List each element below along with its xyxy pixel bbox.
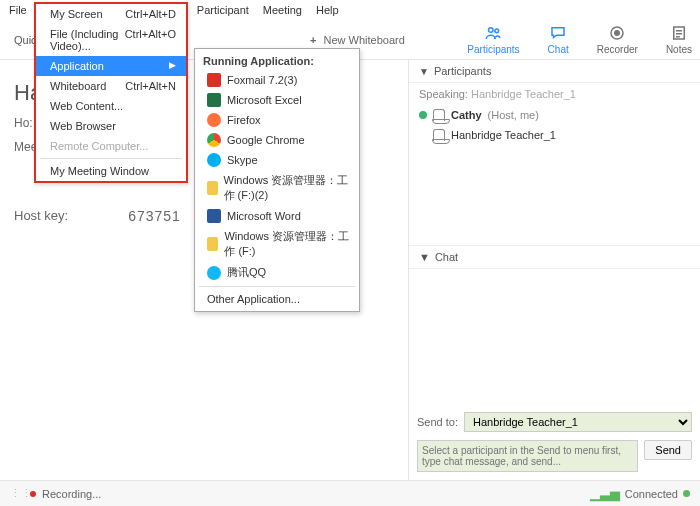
firefox-icon: [207, 113, 221, 127]
signal-icon: ▁▃▅: [590, 486, 620, 501]
host-key-label: Host key:: [14, 208, 68, 224]
whiteboard-area: Ha Ho: Mee Host key: 673751 My ScreenCtr…: [0, 60, 408, 480]
recorder-button[interactable]: Recorder: [597, 24, 638, 55]
skype-icon: [207, 153, 221, 167]
app-word[interactable]: Microsoft Word: [195, 206, 359, 226]
chevron-down-icon: ▼: [419, 251, 430, 263]
status-bar: ⋮⋮ Recording... ▁▃▅ Connected: [0, 480, 700, 506]
qq-icon: [207, 266, 221, 280]
send-button[interactable]: Send: [644, 440, 692, 460]
recorder-icon: [608, 24, 626, 42]
new-whiteboard-label: New Whiteboard: [324, 34, 405, 46]
new-whiteboard-button[interactable]: + New Whiteboard: [310, 34, 405, 46]
share-web-content[interactable]: Web Content...: [36, 96, 186, 116]
host-key-value: 673751: [128, 208, 181, 224]
running-application-header: Running Application:: [195, 52, 359, 70]
chat-input[interactable]: [417, 440, 638, 472]
folder-icon: [207, 181, 218, 195]
plus-icon: +: [310, 34, 316, 46]
app-explorer-2[interactable]: Windows 资源管理器：工作 (F:): [195, 226, 359, 262]
speaking-name: Hanbridge Teacher_1: [471, 88, 576, 100]
folder-icon: [207, 237, 218, 251]
notes-button[interactable]: Notes: [666, 24, 692, 55]
participant-row[interactable]: Hanbridge Teacher_1: [419, 125, 690, 145]
main-area: Ha Ho: Mee Host key: 673751 My ScreenCtr…: [0, 60, 700, 480]
share-file[interactable]: File (Including Video)...Ctrl+Alt+O: [36, 24, 186, 56]
foxmail-icon: [207, 73, 221, 87]
send-to-row: Send to: Hanbridge Teacher_1: [409, 408, 700, 436]
send-to-select[interactable]: Hanbridge Teacher_1: [464, 412, 692, 432]
participant-row[interactable]: Cathy (Host, me): [419, 105, 690, 125]
app-skype[interactable]: Skype: [195, 150, 359, 170]
send-to-label: Send to:: [417, 416, 458, 428]
share-remote-computer: Remote Computer...: [36, 136, 186, 156]
menu-participant[interactable]: Participant: [190, 2, 256, 18]
menu-file[interactable]: File: [2, 2, 34, 18]
app-excel[interactable]: Microsoft Excel: [195, 90, 359, 110]
share-my-screen[interactable]: My ScreenCtrl+Alt+D: [36, 4, 186, 24]
separator: [199, 286, 355, 287]
recording-dot-icon: [30, 491, 36, 497]
speaking-row: Speaking: Hanbridge Teacher_1: [409, 83, 700, 105]
chrome-icon: [207, 133, 221, 147]
participants-icon: [484, 24, 502, 42]
app-explorer-1[interactable]: Windows 资源管理器：工作 (F:)(2): [195, 170, 359, 206]
app-chrome[interactable]: Google Chrome: [195, 130, 359, 150]
headset-icon: [433, 129, 445, 141]
notes-icon: [670, 24, 688, 42]
chat-icon: [549, 24, 567, 42]
other-application[interactable]: Other Application...: [195, 290, 359, 308]
menu-dots-icon[interactable]: ⋮⋮: [10, 487, 30, 500]
chat-button[interactable]: Chat: [548, 24, 569, 55]
svg-point-1: [495, 29, 499, 33]
share-dropdown: My ScreenCtrl+Alt+D File (Including Vide…: [34, 2, 188, 183]
chevron-down-icon: ▼: [419, 66, 429, 77]
share-my-meeting-window[interactable]: My Meeting Window: [36, 161, 186, 181]
svg-point-0: [489, 28, 494, 33]
app-qq[interactable]: 腾讯QQ: [195, 262, 359, 283]
recording-label: Recording...: [42, 488, 101, 500]
headset-icon: [433, 109, 445, 121]
share-whiteboard[interactable]: WhiteboardCtrl+Alt+N: [36, 76, 186, 96]
share-web-browser[interactable]: Web Browser: [36, 116, 186, 136]
svg-point-3: [615, 31, 620, 36]
application-submenu: Running Application: Foxmail 7.2(3) Micr…: [194, 48, 360, 312]
word-icon: [207, 209, 221, 223]
share-application[interactable]: Application▶: [36, 56, 186, 76]
excel-icon: [207, 93, 221, 107]
chat-section-header[interactable]: ▼ Chat: [409, 245, 700, 269]
right-panel: ▼ Participants Speaking: Hanbridge Teach…: [408, 60, 700, 480]
participants-section-header[interactable]: ▼ Participants: [409, 60, 700, 83]
separator: [40, 158, 182, 159]
app-firefox[interactable]: Firefox: [195, 110, 359, 130]
menu-help[interactable]: Help: [309, 2, 346, 18]
participants-button[interactable]: Participants: [467, 24, 519, 55]
status-dot-icon: [683, 490, 690, 497]
chevron-right-icon: ▶: [169, 60, 176, 72]
app-foxmail[interactable]: Foxmail 7.2(3): [195, 70, 359, 90]
presence-dot-icon: [419, 111, 427, 119]
connected-label: Connected: [625, 488, 678, 500]
menu-meeting[interactable]: Meeting: [256, 2, 309, 18]
